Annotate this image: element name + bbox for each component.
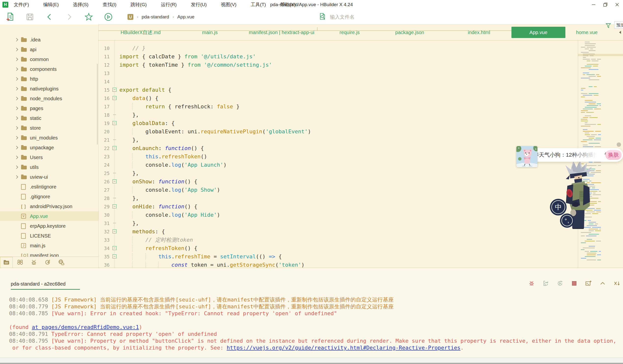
tree-item-app-vue[interactable]: VApp.vue <box>0 211 98 221</box>
console-stop-button[interactable] <box>571 280 578 287</box>
breadcrumb-item-app-vue[interactable]: App.vue <box>177 14 194 20</box>
fold-collapse-icon[interactable]: − <box>112 96 116 100</box>
chevron-right-icon[interactable] <box>15 175 18 179</box>
console-terminal-add-button[interactable] <box>585 280 592 287</box>
chevron-right-icon[interactable] <box>15 116 18 120</box>
fold-collapse-icon[interactable]: − <box>112 204 116 208</box>
fold-collapse-icon[interactable]: − <box>112 88 116 92</box>
sidebar-tab-debug[interactable] <box>27 257 40 268</box>
console-refresh-doc-button[interactable] <box>543 280 549 287</box>
tree-item-erpapp-keystore[interactable]: erpApp.keystore <box>0 221 98 231</box>
console-link[interactable]: at pages/demos/readRfidDemo.vue:1 <box>32 324 139 330</box>
sidebar-tab-web[interactable] <box>55 257 68 268</box>
sidebar-tab-search[interactable] <box>14 257 26 268</box>
back-button[interactable] <box>45 13 54 21</box>
new-file-button[interactable] <box>6 13 15 21</box>
menu-选择-s[interactable]: 选择(S) <box>73 1 89 8</box>
console-collapse-button[interactable] <box>600 280 606 287</box>
console-close-clear-button[interactable] <box>614 280 620 287</box>
tab-home-vue[interactable]: home.vue <box>565 24 608 40</box>
fold-collapse-icon[interactable]: − <box>112 146 116 150</box>
chevron-right-icon[interactable] <box>15 77 18 81</box>
tree-item-api[interactable]: api <box>0 45 98 54</box>
pet-widget-bubble[interactable]: 养天气小狗：12种小狗播报天气 换肤 <box>527 148 623 162</box>
ime-punctuation-indicator[interactable]: °, <box>560 214 574 228</box>
change-skin-button[interactable]: 换肤 <box>605 150 622 160</box>
menu-查找-i[interactable]: 查找(I) <box>103 1 116 8</box>
sidebar-tab-sync[interactable] <box>41 257 54 268</box>
menu-工具-t[interactable]: 工具(T) <box>251 1 266 8</box>
console-bug-button[interactable] <box>528 280 535 287</box>
chevron-right-icon[interactable] <box>15 48 18 51</box>
minimize-button[interactable] <box>588 0 600 9</box>
menu-发行-u[interactable]: 发行(U) <box>191 1 207 8</box>
pet-widget-thumbnail[interactable] <box>516 146 537 167</box>
tab-hbuilderx自述-md[interactable]: HBuilderX自述.md <box>98 24 183 40</box>
sidebar-tab-files[interactable] <box>0 257 13 268</box>
tree-item-utils[interactable]: utils <box>0 162 98 172</box>
chevron-right-icon[interactable] <box>15 156 18 159</box>
menu-跳转-g[interactable]: 跳转(G) <box>131 1 147 8</box>
tree-item-common[interactable]: common <box>0 54 98 64</box>
save-button[interactable] <box>25 13 34 21</box>
tree-item-nativeplugins[interactable]: nativeplugins <box>0 84 98 94</box>
tab-require-js[interactable]: require.js <box>326 24 373 40</box>
chevron-right-icon[interactable] <box>15 38 18 42</box>
fold-collapse-icon[interactable]: − <box>112 121 116 125</box>
chevron-right-icon[interactable] <box>15 136 18 139</box>
tree-item-gitignore[interactable]: .gitignore <box>0 192 98 201</box>
tree-item-main-js[interactable]: Jmain.js <box>0 241 98 251</box>
tree-item-store[interactable]: store <box>0 123 98 133</box>
tree-item-uview-ui[interactable]: uview-ui <box>0 172 98 182</box>
editor-scrollbar-thumb[interactable] <box>617 142 621 147</box>
chevron-right-icon[interactable] <box>15 87 18 90</box>
run-button[interactable] <box>104 13 113 21</box>
menu-视图-v[interactable]: 视图(V) <box>221 1 236 8</box>
breadcrumb-item-pda-standard[interactable]: pda-standard <box>142 14 169 20</box>
forward-button[interactable] <box>65 13 74 21</box>
tree-item-license[interactable]: LICENSE <box>0 231 98 241</box>
tree-item-pages[interactable]: pages <box>0 104 98 113</box>
chevron-right-icon[interactable] <box>15 107 18 110</box>
console-restart-button[interactable] <box>557 280 563 287</box>
chevron-right-icon[interactable] <box>15 166 18 169</box>
tab-index-html[interactable]: index.html <box>446 24 512 40</box>
tab-scroll-left-icon[interactable] <box>618 30 622 34</box>
tab-app-vue[interactable]: App.vue <box>512 27 565 38</box>
tree-item-static[interactable]: static <box>0 113 98 123</box>
star-button[interactable] <box>84 13 93 21</box>
tree-item-uni-modules[interactable]: uni_modules <box>0 133 98 143</box>
tab-manifest-json-hextract-app-ui[interactable]: manifest.json | hextract-app-ui <box>237 24 326 40</box>
tree-item-androidprivacy-json[interactable]: [ ]androidPrivacy.json <box>0 201 98 211</box>
chevron-right-icon[interactable] <box>15 126 18 130</box>
search-input[interactable] <box>330 14 512 20</box>
tree-item-node-modules[interactable]: node_modules <box>0 94 98 104</box>
close-button[interactable] <box>611 0 623 9</box>
code-editor[interactable]: 10 // }11import { calcDate } from '@/uti… <box>98 40 578 268</box>
chevron-right-icon[interactable] <box>15 97 18 100</box>
tree-item-components[interactable]: components <box>0 64 98 74</box>
menu-编辑-e[interactable]: 编辑(E) <box>43 1 59 8</box>
tree-item-idea[interactable]: .idea <box>0 35 98 45</box>
fold-collapse-icon[interactable]: − <box>112 179 116 183</box>
tab-package-json[interactable]: package.json <box>373 24 446 40</box>
chevron-right-icon[interactable] <box>15 146 18 149</box>
tree-item-unpackage[interactable]: unpackage <box>0 143 98 152</box>
tree-item-http[interactable]: http <box>0 74 98 84</box>
menu-帮助-y[interactable]: 帮助(Y) <box>280 1 296 8</box>
fold-collapse-icon[interactable]: − <box>112 255 116 258</box>
fold-collapse-icon[interactable]: − <box>112 229 116 233</box>
chevron-right-icon[interactable] <box>15 58 18 61</box>
fold-collapse-icon[interactable]: − <box>112 246 116 250</box>
console-tab[interactable]: pda-standard - a2ec68ed <box>11 281 66 287</box>
console-link[interactable]: https://vuejs.org/v2/guide/reactivity.ht… <box>226 345 460 351</box>
ime-chinese-indicator[interactable]: 中 <box>550 199 567 215</box>
tab-main-js[interactable]: main.js <box>183 24 237 40</box>
chevron-right-icon[interactable] <box>15 67 18 71</box>
menu-文件-f[interactable]: 文件(F) <box>14 1 29 8</box>
sidebar-scrollbar[interactable] <box>97 64 98 145</box>
menu-运行-r[interactable]: 运行(R) <box>161 1 177 8</box>
maximize-button[interactable] <box>600 0 611 9</box>
tree-item-eslintignore[interactable]: .eslintignore <box>0 182 98 192</box>
tree-item-users[interactable]: Users <box>0 152 98 162</box>
